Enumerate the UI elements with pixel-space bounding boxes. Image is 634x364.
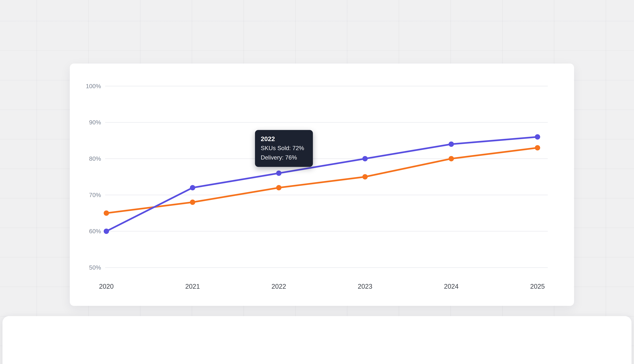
x-tick-label: 2021 [185,283,200,290]
tooltip-delivery: Delivery: 76% [261,153,307,162]
x-tick-label: 2022 [272,283,286,290]
y-tick-label: 60% [89,228,101,234]
chart-tooltip: 2022 SKUs Sold: 72% Delivery: 76% [255,130,313,167]
data-point-delivery-2020[interactable] [104,228,109,234]
line-chart: 100%90%80%70%60%50%202020212022202320242… [70,64,574,306]
footer-bar: Actowiz TM M E T R I C S www.actowizmetr… [3,316,631,364]
data-point-skus-sold-2024[interactable] [449,156,454,161]
y-tick-label: 50% [89,264,101,271]
data-point-delivery-2023[interactable] [362,156,368,161]
data-point-skus-sold-2022[interactable] [276,185,281,190]
y-tick-label: 100% [86,83,101,90]
x-tick-label: 2025 [530,283,545,290]
x-tick-label: 2020 [99,283,114,290]
tooltip-year: 2022 [261,134,307,144]
chart-card: 100%90%80%70%60%50%202020212022202320242… [70,64,574,306]
page-background: 100%90%80%70%60%50%202020212022202320242… [0,0,634,364]
y-tick-label: 80% [89,155,101,162]
y-tick-label: 70% [89,192,101,198]
data-point-delivery-2024[interactable] [449,142,454,147]
data-point-skus-sold-2021[interactable] [190,200,195,205]
x-tick-label: 2024 [444,283,459,290]
tooltip-skus-sold: SKUs Sold: 72% [261,144,307,153]
data-point-skus-sold-2023[interactable] [362,174,368,180]
y-tick-label: 90% [89,119,101,126]
data-point-skus-sold-2020[interactable] [104,210,109,216]
data-point-skus-sold-2025[interactable] [535,145,540,150]
series-line-delivery[interactable] [106,137,537,231]
x-tick-label: 2023 [358,283,372,290]
data-point-delivery-2022[interactable] [276,170,281,176]
series-line-skus-sold[interactable] [106,148,537,213]
data-point-delivery-2025[interactable] [535,134,540,140]
data-point-delivery-2021[interactable] [190,185,195,190]
